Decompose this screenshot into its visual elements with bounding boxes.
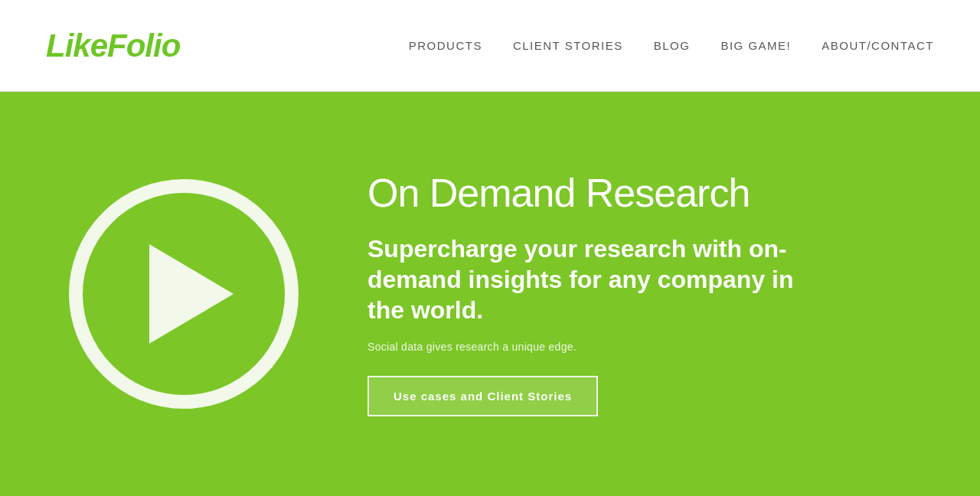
play-icon — [149, 244, 234, 344]
nav-about-contact[interactable]: About/Contact — [822, 39, 934, 52]
cta-button[interactable]: Use cases and Client Stories — [368, 376, 598, 416]
hero-description: Social data gives research a unique edge… — [368, 341, 919, 353]
hero-subtitle: Supercharge your research with on-demand… — [368, 233, 796, 325]
nav-products[interactable]: Products — [409, 39, 482, 52]
play-button-area[interactable] — [61, 179, 306, 409]
hero-title: On Demand Research — [368, 171, 919, 215]
logo-area: LikeFolio — [46, 28, 180, 64]
hero-content: On Demand Research Supercharge your rese… — [368, 171, 919, 416]
nav-blog[interactable]: Blog — [654, 39, 691, 52]
nav-client-stories[interactable]: Client Stories — [513, 39, 623, 52]
hero-section: On Demand Research Supercharge your rese… — [0, 92, 980, 496]
play-circle — [69, 179, 299, 409]
site-logo[interactable]: LikeFolio — [46, 28, 180, 64]
nav-big-game[interactable]: BIG GAME! — [720, 39, 791, 52]
site-header: LikeFolio Products Client Stories Blog B… — [0, 0, 980, 92]
main-nav: Products Client Stories Blog BIG GAME! A… — [409, 39, 934, 52]
